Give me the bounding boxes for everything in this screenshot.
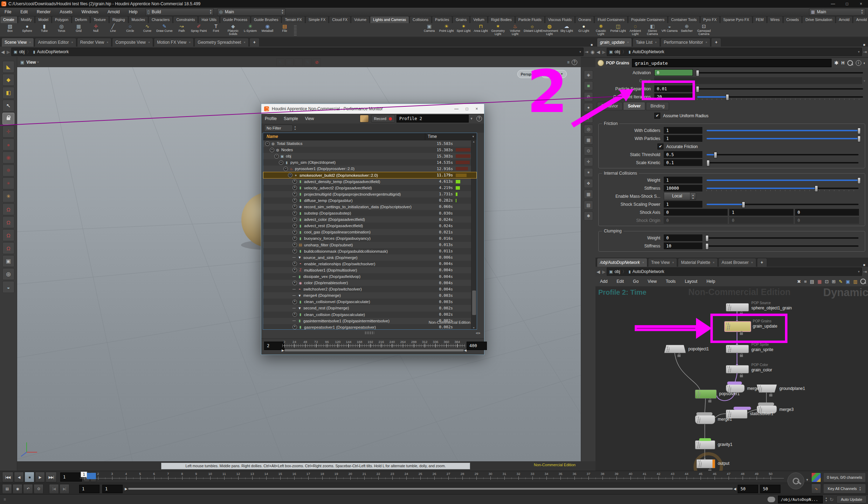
shelf-tool-file[interactable]: ▤File [276, 23, 293, 36]
perf-menu-sample[interactable]: Sample [280, 116, 302, 121]
shelf-tab-sparse-pyro-fx[interactable]: Sparse Pyro FX [720, 16, 752, 23]
pane-corner-icon[interactable]: ■ [863, 263, 865, 267]
close-tab-icon[interactable]: × [106, 38, 108, 47]
folder-tab-binding[interactable]: Binding [646, 102, 669, 110]
expand-icon[interactable]: + [292, 300, 297, 304]
node-name-field[interactable]: grain_update [632, 59, 831, 67]
slider-handle[interactable] [705, 243, 709, 250]
network-node-merge1[interactable] [695, 415, 715, 424]
pin-path-icon[interactable]: ⇥ [585, 49, 588, 55]
expand-icon[interactable]: + [292, 224, 297, 228]
shelf-tab-viscous-fluids[interactable]: Viscous Fluids [545, 16, 575, 23]
keys-summary-button[interactable]: 0 keys, 0/0 channels [823, 472, 866, 482]
tools-icon[interactable]: ✖ [797, 279, 801, 284]
slider-handle[interactable] [726, 94, 729, 100]
shelf-tab-terrain-fx[interactable]: Terrain FX [282, 16, 305, 23]
slider-handle[interactable] [857, 128, 861, 134]
close-tab-icon[interactable]: × [655, 38, 657, 47]
expand-icon[interactable]: + [292, 192, 297, 196]
name-column-header[interactable]: Name [267, 134, 278, 139]
param-field[interactable]: 0 [795, 209, 859, 216]
expand-icon[interactable]: + [292, 325, 297, 329]
shelf-tab-guide-brushes[interactable]: Guide Brushes [251, 16, 281, 23]
recook-icon[interactable]: ↻ [829, 497, 834, 502]
time-column-header[interactable]: Time [428, 134, 437, 139]
expand-icon[interactable]: + [292, 186, 297, 190]
param-field[interactable]: 0 [664, 234, 702, 241]
prev-keyframe-icon[interactable]: |◀ [49, 484, 59, 494]
desktop-switcher[interactable]: ▦ Main▲▼ [809, 8, 865, 16]
expand-icon[interactable]: + [292, 236, 297, 241]
shelf-tab-simple-fx[interactable]: Simple FX [305, 16, 329, 23]
perf-close-button[interactable]: × [472, 106, 481, 111]
menu-windows[interactable]: Windows [77, 8, 103, 16]
param-slider[interactable] [697, 96, 863, 98]
collapse-icon[interactable]: − [270, 148, 274, 152]
shelf-tab-texture[interactable]: Texture [90, 16, 109, 23]
shelf-tool-ambient-light[interactable]: ◌Ambient Light [627, 23, 644, 36]
forward-icon[interactable]: ▶ [602, 49, 606, 55]
clear-profiles-icon[interactable] [360, 115, 369, 122]
compare-icon[interactable]: ◐ [863, 61, 866, 65]
record-button[interactable]: Record [371, 115, 395, 122]
expand-icon[interactable]: + [292, 204, 297, 209]
key-options-icon[interactable]: ▼ [806, 478, 809, 482]
go-start-button[interactable]: |◀◀ [2, 472, 13, 482]
net-menu-edit[interactable]: Edit [612, 277, 628, 286]
lasso-pick-icon[interactable]: ◌ [295, 58, 303, 66]
pane-tab-material-palette[interactable]: Material Palette× [678, 258, 718, 267]
cook-path-field[interactable]: /obj/AutoDopN... [778, 496, 823, 503]
pane-tab-animation-editor[interactable]: Animation Editor× [35, 38, 76, 47]
snap-curve-icon[interactable]: Ω [2, 216, 14, 228]
brush-pick-icon[interactable]: ✎ [304, 58, 312, 66]
pane-tab-geometry-spreadsheet[interactable]: Geometry Spreadsheet× [194, 38, 248, 47]
param-field[interactable]: 0 [664, 217, 728, 224]
animation-toggle-icon[interactable]: ∿ [811, 484, 821, 493]
network-node-grain_color[interactable] [726, 365, 749, 373]
checkbox-icon[interactable]: ✔ [657, 144, 663, 149]
net-menu-tools[interactable]: Tools [661, 277, 680, 286]
snap-point-icon[interactable]: Ω [2, 229, 14, 241]
play-reverse-button[interactable]: ◀ [14, 472, 24, 482]
view-combo[interactable]: ◎ Main▲▼ [217, 8, 285, 16]
guides-icon[interactable]: ◐ [584, 114, 593, 123]
sort-icon[interactable]: ▼ [472, 135, 475, 138]
view-tool-icon[interactable]: ◣ [2, 61, 14, 73]
add-pane-tab[interactable]: + [757, 258, 767, 267]
shelf-tab-constraints[interactable]: Constraints [173, 16, 198, 23]
perf-row[interactable]: −▮pyro_sim (Object/dopnet)14.535s [263, 159, 477, 166]
perf-range-slider[interactable]: ▶ ◀ [284, 349, 464, 351]
follow-playbar-icon[interactable]: ▤ [2, 484, 12, 494]
range-end-field[interactable]: 50 [738, 485, 758, 493]
shelf-tab-vellum[interactable]: Vellum [470, 16, 488, 23]
snap-multi-icon[interactable]: Ω [2, 242, 14, 254]
checkbox-icon[interactable]: ✔ [654, 113, 660, 119]
shelf-tool-torus[interactable]: ◎Torus [53, 23, 70, 36]
maximize-button[interactable]: □ [840, 0, 854, 8]
dynamics-disabled-icon[interactable]: ◉ [2, 152, 14, 163]
channels-scope-icon[interactable] [811, 472, 821, 482]
slider-handle[interactable] [857, 177, 861, 184]
smooth-shade-icon[interactable]: ⊙ [584, 146, 593, 155]
shelf-tool-switcher[interactable]: ⊕Switcher [678, 23, 695, 36]
shelf-tab-deform[interactable]: Deform [72, 16, 90, 23]
expand-icon[interactable]: + [292, 281, 297, 285]
shelf-tab-particle-fluids[interactable]: Particle Fluids [515, 16, 545, 23]
shelf-tab-muscles[interactable]: Muscles [129, 16, 149, 23]
perf-row[interactable]: ◓switchsolver2 (Dop/switchsolver)0.004s [263, 286, 477, 292]
display-options-icon[interactable]: ◈ [584, 70, 593, 79]
collapse-icon[interactable]: − [265, 141, 270, 146]
slider-handle[interactable] [742, 202, 745, 208]
shelf-tool-distant-light[interactable]: ☼Distant Light [524, 23, 541, 36]
window-icon[interactable]: ⊞ [832, 279, 836, 284]
profile-dropdown-icon[interactable]: ▼ [469, 117, 474, 120]
select-objects-icon[interactable]: ◧ [2, 87, 14, 99]
perf-row[interactable]: +▮clean_collision (Dop/gascalculate)0.00… [263, 312, 477, 318]
network-node-grain_sprite[interactable] [726, 345, 749, 353]
add-pane-tab[interactable]: + [249, 38, 260, 47]
expand-icon[interactable]: + [292, 249, 297, 253]
perf-scroll-thumb[interactable] [472, 290, 476, 315]
slider-handle[interactable] [705, 235, 709, 241]
expand-icon[interactable]: + [292, 179, 297, 184]
collapse-icon[interactable]: − [279, 160, 283, 165]
